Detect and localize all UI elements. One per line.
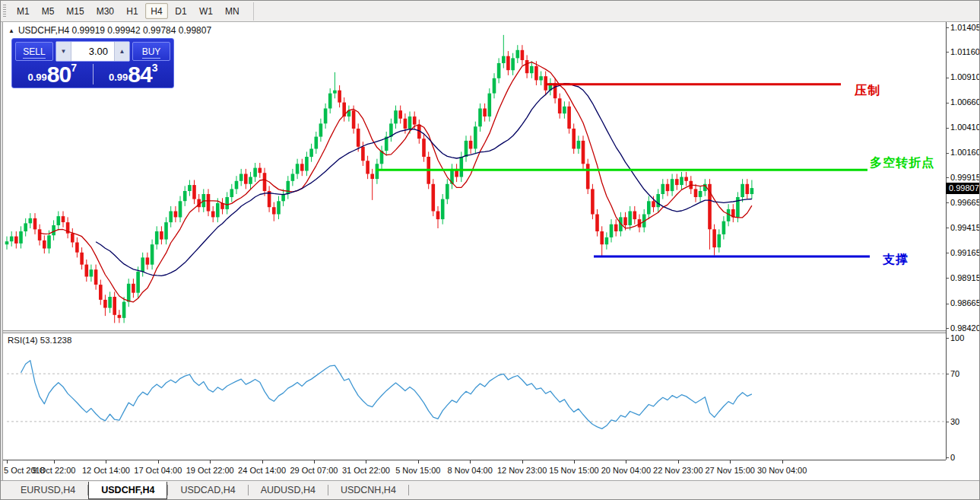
candle[interactable]	[586, 159, 590, 194]
candle[interactable]	[610, 219, 614, 242]
candle[interactable]	[718, 229, 722, 253]
candle[interactable]	[230, 184, 234, 202]
candle[interactable]	[460, 151, 464, 182]
candle[interactable]	[14, 231, 18, 249]
tf-button-w1[interactable]: W1	[194, 3, 218, 19]
candle[interactable]	[151, 240, 154, 270]
candle[interactable]	[432, 179, 436, 216]
candle[interactable]	[305, 151, 309, 176]
candle[interactable]	[108, 291, 112, 313]
candle[interactable]	[272, 202, 276, 221]
candle[interactable]	[656, 189, 660, 212]
candle[interactable]	[661, 179, 665, 199]
buy-price[interactable]: 0.99843	[94, 62, 174, 88]
candle[interactable]	[155, 226, 159, 250]
candle[interactable]	[469, 135, 473, 154]
candle[interactable]	[62, 212, 65, 228]
candle[interactable]	[385, 132, 389, 156]
candle[interactable]	[483, 104, 487, 122]
candle[interactable]	[24, 218, 27, 237]
rsi-indicator-chart[interactable]	[1, 333, 946, 460]
candle[interactable]	[183, 186, 187, 206]
tab-eurusd-h4[interactable]: EURUSD,H4	[8, 482, 87, 498]
candle[interactable]	[366, 156, 369, 180]
candle[interactable]	[563, 101, 566, 119]
candle[interactable]	[712, 225, 716, 256]
time-axis[interactable]: 5 Oct 20189 Oct 22:0012 Oct 14:0017 Oct …	[1, 460, 946, 480]
candle[interactable]	[333, 72, 337, 98]
candle[interactable]	[497, 58, 501, 83]
candle[interactable]	[141, 253, 144, 277]
candle[interactable]	[300, 159, 304, 177]
candle[interactable]	[268, 186, 271, 212]
candle[interactable]	[450, 164, 454, 189]
pane-separator[interactable]	[1, 330, 946, 333]
candle[interactable]	[398, 106, 402, 124]
candle[interactable]	[113, 291, 116, 323]
tf-button-d1[interactable]: D1	[170, 3, 192, 19]
candle[interactable]	[675, 174, 679, 190]
candle[interactable]	[235, 176, 239, 194]
tf-button-h4[interactable]: H4	[145, 3, 168, 19]
candle[interactable]	[376, 159, 379, 184]
candle[interactable]	[746, 179, 750, 199]
sell-button[interactable]: SELL	[15, 42, 53, 61]
candle[interactable]	[394, 106, 398, 129]
candle[interactable]	[66, 217, 70, 238]
toolbar-grip-handle[interactable]	[3, 5, 6, 18]
candle[interactable]	[52, 220, 56, 240]
tf-button-m1[interactable]: M1	[11, 3, 35, 19]
candle[interactable]	[591, 184, 595, 219]
candle[interactable]	[225, 192, 229, 214]
candle[interactable]	[614, 219, 618, 237]
candle[interactable]	[315, 132, 319, 154]
candle[interactable]	[90, 265, 94, 282]
candle[interactable]	[502, 35, 506, 68]
candle[interactable]	[328, 88, 332, 113]
candle[interactable]	[174, 206, 178, 222]
volume-input[interactable]: 3.00	[71, 42, 114, 61]
volume-increase-button[interactable]: ▲	[114, 42, 129, 61]
candle[interactable]	[10, 231, 14, 247]
candle[interactable]	[319, 119, 323, 142]
candle[interactable]	[699, 186, 702, 202]
candle[interactable]	[521, 45, 525, 65]
candle[interactable]	[85, 260, 89, 282]
candle[interactable]	[595, 209, 599, 237]
candle[interactable]	[577, 135, 581, 154]
candle[interactable]	[188, 180, 192, 196]
candle[interactable]	[38, 225, 42, 246]
candle[interactable]	[33, 213, 37, 234]
tab-usdcad-h4[interactable]: USDCAD,H4	[168, 482, 247, 498]
candle[interactable]	[493, 73, 496, 98]
candle[interactable]	[436, 206, 440, 228]
candle[interactable]	[244, 169, 248, 189]
candle[interactable]	[342, 97, 346, 122]
candle[interactable]	[525, 55, 529, 78]
candle[interactable]	[122, 297, 126, 323]
candle[interactable]	[558, 94, 562, 119]
candle[interactable]	[324, 104, 328, 129]
candle[interactable]	[539, 72, 543, 86]
tf-button-h1[interactable]: H1	[121, 3, 144, 19]
candle[interactable]	[722, 216, 726, 240]
tab-usdchf-h4[interactable]: USDCHF,H4	[88, 482, 167, 499]
resistance-label[interactable]: 压制	[855, 83, 880, 99]
candle[interactable]	[192, 180, 196, 205]
candle[interactable]	[309, 144, 313, 162]
candle[interactable]	[127, 279, 131, 307]
candle[interactable]	[291, 169, 295, 186]
candle[interactable]	[169, 206, 173, 228]
tf-button-mn[interactable]: MN	[220, 3, 245, 19]
candle[interactable]	[422, 134, 426, 162]
candle[interactable]	[211, 206, 215, 222]
candle[interactable]	[164, 217, 168, 244]
candle[interactable]	[511, 53, 515, 75]
candle[interactable]	[671, 174, 674, 196]
sell-price[interactable]: 0.99807	[12, 62, 93, 88]
candle[interactable]	[455, 164, 458, 182]
candle[interactable]	[465, 135, 468, 161]
candle[interactable]	[605, 232, 609, 250]
candle[interactable]	[380, 146, 384, 169]
candle[interactable]	[684, 172, 688, 186]
